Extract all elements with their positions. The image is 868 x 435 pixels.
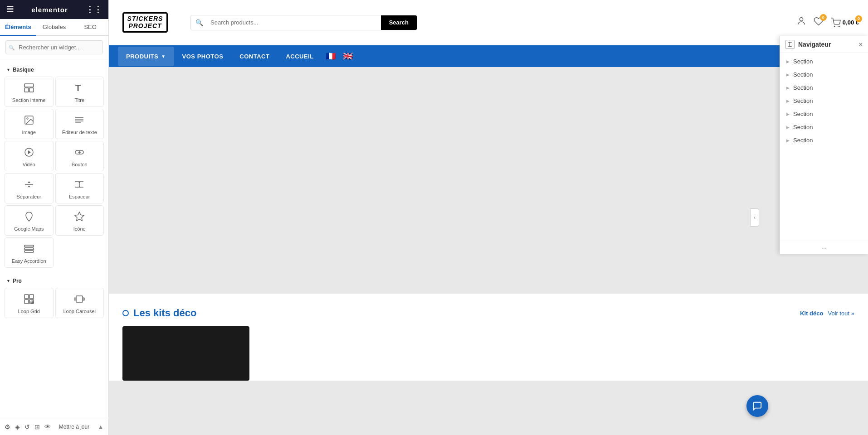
site-search-button[interactable]: Search (381, 15, 417, 30)
preview-icon[interactable]: 👁 (44, 423, 51, 430)
flag-gb[interactable]: 🇬🇧 (339, 51, 356, 61)
tab-elements[interactable]: Éléments (0, 19, 36, 36)
navigator-footer: ... (780, 240, 868, 254)
widget-icone[interactable]: Icône (55, 205, 104, 236)
navigator-section-5[interactable]: ▶ Section (780, 121, 868, 134)
voir-tout-link[interactable]: Voir tout » (828, 310, 854, 317)
site-search-input[interactable] (208, 15, 381, 30)
google-maps-icon (24, 211, 34, 223)
sidebar-header: ☰ elementor ⋮⋮ (0, 0, 108, 19)
chat-button[interactable] (746, 395, 768, 417)
widget-loop-grid-label: Loop Grid (18, 309, 40, 314)
widget-easy-accordion[interactable]: Easy Accordion (5, 237, 54, 268)
site-nav: PRODUITS ▼ VOS PHOTOS CONTACT ACCUEIL 🇫🇷… (109, 45, 868, 67)
grid-icon[interactable]: ⋮⋮ (86, 5, 102, 14)
navigator-close-button[interactable]: × (859, 41, 863, 48)
widget-editeur-texte-label: Éditeur de texte (62, 130, 97, 135)
widget-google-maps-label: Google Maps (14, 226, 44, 232)
navigator-section-0[interactable]: ▶ Section (780, 55, 868, 68)
navigator-panel: Navigateur × ▶ Section ▶ Section ▶ Secti… (780, 36, 868, 254)
svg-rect-38 (74, 297, 76, 301)
widget-loop-carousel-label: Loop Carousel (63, 309, 96, 314)
app-name: elementor (31, 6, 68, 14)
responsive-icon[interactable]: ⊞ (34, 423, 40, 430)
widget-loop-carousel[interactable]: Loop Carousel (55, 288, 104, 318)
nav-item-produits[interactable]: PRODUITS ▼ (118, 47, 174, 66)
widget-section-interne-label: Section interne (12, 97, 45, 103)
kits-section: Les kits déco Kit déco Voir tout » (109, 294, 868, 381)
account-icon-wrap[interactable] (796, 16, 806, 29)
widget-separateur[interactable]: Séparateur (5, 173, 54, 203)
svg-marker-17 (28, 186, 30, 188)
widget-video-label: Vidéo (23, 162, 35, 167)
widget-search-input[interactable] (5, 40, 103, 54)
widget-search-area (0, 36, 108, 59)
svg-point-5 (27, 118, 28, 119)
nav-item-accueil[interactable]: ACCUEIL (278, 47, 322, 66)
widget-image[interactable]: Image (5, 109, 54, 139)
widget-editeur-texte[interactable]: Éditeur de texte (55, 109, 104, 139)
widget-espaceur[interactable]: Espaceur (55, 173, 104, 203)
hamburger-icon[interactable]: ☰ (6, 5, 14, 14)
settings-icon[interactable]: ⚙ (5, 423, 10, 430)
wishlist-icon-wrap[interactable]: 0 (814, 16, 824, 29)
collapse-handle[interactable]: ‹ (750, 208, 759, 227)
site-search-icon: 🔍 (191, 15, 208, 30)
easy-accordion-icon (24, 243, 34, 256)
kit-deco-link[interactable]: Kit déco (800, 310, 823, 317)
svg-rect-43 (788, 43, 792, 47)
section-interne-icon (24, 82, 34, 95)
svg-marker-16 (28, 181, 30, 183)
widget-loop-grid[interactable]: Loop Grid (5, 288, 54, 318)
svg-marker-24 (75, 212, 84, 221)
widget-icone-label: Icône (73, 226, 86, 232)
nav-section-label-1: Section (793, 71, 813, 78)
navigator-section-1[interactable]: ▶ Section (780, 68, 868, 81)
update-button[interactable]: Mettre à jour (59, 424, 89, 430)
nav-section-label-3: Section (793, 97, 813, 104)
nav-section-arrow-2: ▶ (786, 86, 790, 90)
sidebar-tabs: Éléments Globales SEO (0, 19, 108, 36)
collapse-sidebar-icon[interactable]: ▲ (98, 423, 104, 430)
kits-links: Kit déco Voir tout » (800, 310, 854, 317)
history-icon[interactable]: ↺ (24, 423, 30, 430)
widgets-list: Basique Section interne T Titre (0, 59, 108, 418)
svg-point-41 (834, 26, 835, 27)
layers-icon[interactable]: ◈ (15, 423, 20, 430)
navigator-section-2[interactable]: ▶ Section (780, 81, 868, 94)
widget-bouton[interactable]: Bouton (55, 141, 104, 171)
bottom-bar: ⚙ ◈ ↺ ⊞ 👁 Mettre à jour ▲ (0, 418, 108, 435)
svg-rect-26 (24, 248, 34, 250)
site-search-bar: 🔍 Search (190, 15, 417, 30)
svg-text:T: T (75, 83, 81, 93)
widget-google-maps[interactable]: Google Maps (5, 205, 54, 236)
svg-marker-11 (28, 150, 31, 154)
nav-section-label-6: Section (793, 137, 813, 144)
section-basique-label: Basique (0, 63, 108, 75)
nav-item-contact[interactable]: CONTACT (231, 47, 278, 66)
widget-section-interne[interactable]: Section interne (5, 77, 54, 107)
svg-rect-27 (24, 251, 34, 252)
navigator-section-3[interactable]: ▶ Section (780, 94, 868, 107)
bottom-bar-icons: ⚙ ◈ ↺ ⊞ 👁 (5, 423, 51, 430)
svg-rect-1 (24, 88, 29, 92)
widget-espaceur-label: Espaceur (69, 194, 90, 199)
separateur-icon (24, 179, 34, 191)
navigator-section-6[interactable]: ▶ Section (780, 134, 868, 147)
nav-item-vos-photos[interactable]: VOS PHOTOS (174, 47, 232, 66)
navigator-section-4[interactable]: ▶ Section (780, 107, 868, 121)
svg-rect-2 (29, 88, 34, 92)
kits-title: Les kits déco (133, 307, 196, 319)
flag-fr[interactable]: 🇫🇷 (322, 51, 339, 61)
kits-header: Les kits déco Kit déco Voir tout » (122, 307, 854, 319)
nav-section-arrow-6: ▶ (786, 138, 790, 143)
widget-video[interactable]: Vidéo (5, 141, 54, 171)
kits-dot (122, 310, 129, 316)
cart-icon-wrap[interactable]: 0 0,00 € (831, 18, 859, 28)
tab-globales[interactable]: Globales (36, 19, 73, 35)
espaceur-icon (74, 179, 85, 191)
widget-titre[interactable]: T Titre (55, 77, 104, 107)
video-icon (24, 147, 34, 159)
tab-seo[interactable]: SEO (72, 19, 108, 35)
widget-easy-accordion-label: Easy Accordion (12, 258, 46, 264)
